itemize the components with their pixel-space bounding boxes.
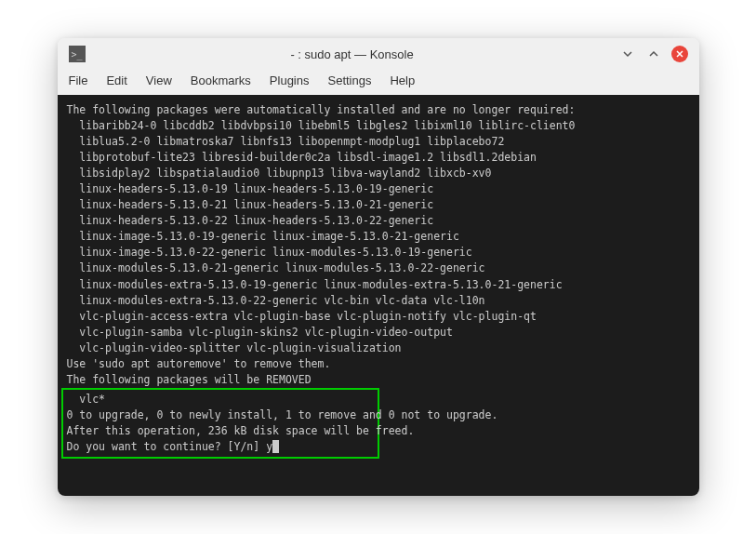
close-button[interactable] bbox=[671, 46, 688, 62]
terminal-line: vlc-plugin-access-extra vlc-plugin-base … bbox=[67, 310, 537, 323]
chevron-down-icon bbox=[621, 47, 634, 60]
terminal-line: linux-modules-extra-5.13.0-19-generic li… bbox=[67, 278, 563, 291]
chevron-up-icon bbox=[647, 47, 660, 60]
terminal-line: 0 to upgrade, 0 to newly install, 1 to r… bbox=[67, 408, 498, 421]
konsole-window: >_ - : sudo apt — Konsole File Edit View… bbox=[58, 38, 699, 495]
terminal-line: liblua5.2-0 libmatroska7 libnfs13 libope… bbox=[67, 135, 505, 148]
terminal-output[interactable]: The following packages were automaticall… bbox=[58, 95, 699, 495]
menu-edit[interactable]: Edit bbox=[106, 73, 126, 87]
minimize-button[interactable] bbox=[619, 46, 636, 62]
terminal-line: linux-headers-5.13.0-22 linux-headers-5.… bbox=[67, 214, 434, 227]
terminal-line: linux-image-5.13.0-22-generic linux-modu… bbox=[67, 246, 472, 259]
terminal-line: linux-modules-5.13.0-21-generic linux-mo… bbox=[67, 261, 485, 274]
menu-plugins[interactable]: Plugins bbox=[270, 73, 310, 87]
terminal-line: After this operation, 236 kB disk space … bbox=[67, 424, 415, 437]
titlebar: >_ - : sudo apt — Konsole bbox=[58, 38, 699, 70]
menu-view[interactable]: View bbox=[146, 73, 172, 87]
maximize-button[interactable] bbox=[645, 46, 662, 62]
menu-settings[interactable]: Settings bbox=[327, 73, 371, 87]
terminal-cursor bbox=[272, 440, 279, 453]
terminal-line: linux-image-5.13.0-19-generic linux-imag… bbox=[67, 230, 459, 243]
terminal-line: vlc-plugin-video-splitter vlc-plugin-vis… bbox=[67, 341, 402, 354]
terminal-line: libprotobuf-lite23 libresid-builder0c2a … bbox=[67, 151, 537, 164]
window-title: - : sudo apt — Konsole bbox=[93, 47, 612, 61]
terminal-line: linux-headers-5.13.0-19 linux-headers-5.… bbox=[67, 182, 434, 195]
terminal-line: vlc-plugin-samba vlc-plugin-skins2 vlc-p… bbox=[67, 326, 453, 339]
menu-help[interactable]: Help bbox=[390, 73, 415, 87]
terminal-line: linux-modules-extra-5.13.0-22-generic vl… bbox=[67, 294, 485, 307]
terminal-line: libsidplay2 libspatialaudio0 libupnp13 l… bbox=[67, 167, 492, 180]
close-icon bbox=[675, 49, 684, 59]
app-icon: >_ bbox=[69, 46, 86, 62]
menu-file[interactable]: File bbox=[69, 73, 88, 87]
highlight-box: vlc* 0 to upgrade, 0 to newly install, 1… bbox=[61, 388, 379, 459]
terminal-line: The following packages were automaticall… bbox=[67, 103, 576, 116]
terminal-line: vlc* bbox=[67, 393, 106, 406]
menubar: File Edit View Bookmarks Plugins Setting… bbox=[58, 70, 699, 95]
terminal-line: Use 'sudo apt autoremove' to remove them… bbox=[67, 357, 331, 370]
menu-bookmarks[interactable]: Bookmarks bbox=[191, 73, 251, 87]
highlighted-section: vlc* 0 to upgrade, 0 to newly install, 1… bbox=[67, 388, 690, 459]
terminal-line: Do you want to continue? [Y/n] y bbox=[67, 440, 273, 453]
terminal-line: libaribb24-0 libcddb2 libdvbpsi10 libebm… bbox=[67, 119, 576, 132]
window-controls bbox=[619, 46, 688, 62]
terminal-line: linux-headers-5.13.0-21 linux-headers-5.… bbox=[67, 198, 434, 211]
terminal-line: The following packages will be REMOVED bbox=[67, 373, 312, 386]
